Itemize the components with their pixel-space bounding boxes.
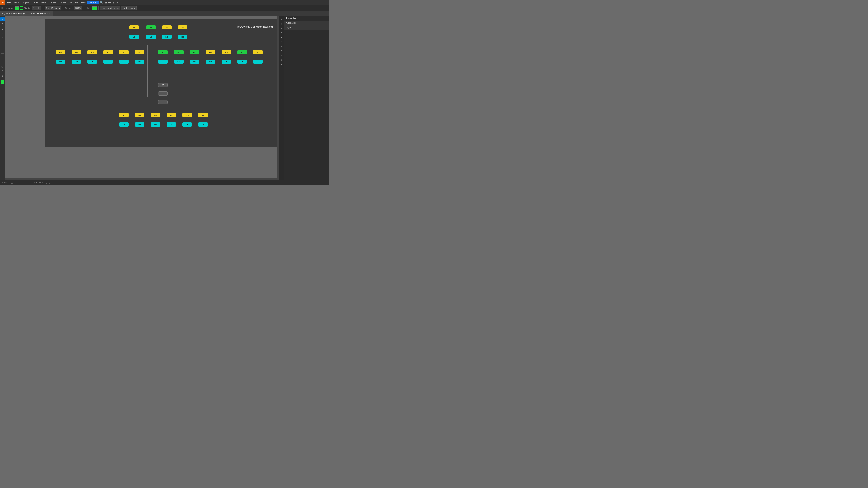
preferences-button[interactable]: Preferences	[121, 6, 136, 10]
stroke-color[interactable]	[1, 83, 4, 86]
center-lib-1[interactable]: LIB	[158, 92, 168, 96]
nav-right[interactable]: ▷	[49, 182, 51, 184]
b-api-2[interactable]: LIB	[135, 113, 145, 117]
r-api-1[interactable]: API	[158, 50, 168, 54]
opacity-input[interactable]	[74, 6, 82, 10]
m-lib-5[interactable]: LIB	[119, 60, 129, 64]
menu-select[interactable]: Select	[39, 1, 49, 4]
share-button[interactable]: Share	[87, 1, 98, 4]
document-tab[interactable]: System Schema.ai* @ 100 % (RGB/Preview) …	[0, 11, 53, 16]
artboards-icon[interactable]: ⊟	[280, 22, 284, 26]
scale-tool[interactable]: ⤡	[0, 59, 4, 63]
r-api-3[interactable]: API	[190, 50, 199, 54]
api-node-1[interactable]: API	[129, 25, 139, 29]
r-lib-3[interactable]: LIB	[190, 60, 199, 64]
bottom-scrollbar[interactable]	[5, 178, 279, 180]
b-lib-1[interactable]: LIB	[119, 123, 129, 127]
b-lib-2[interactable]: LIB	[135, 123, 145, 127]
lib-node-3[interactable]: LIB	[162, 35, 172, 39]
fill-color[interactable]	[1, 80, 4, 83]
b-api-4[interactable]: LIB	[166, 113, 176, 117]
center-api[interactable]: API	[158, 83, 168, 87]
b-api-3[interactable]: API	[151, 113, 160, 117]
artboards-tab[interactable]: Artboards	[284, 21, 329, 25]
b-api-1[interactable]: API	[119, 113, 129, 117]
canvas-area[interactable]: MOOVPAD Gen User Backend API API API API…	[5, 16, 279, 180]
type-icon[interactable]: T	[280, 35, 284, 39]
info-icon[interactable]: ℹ	[280, 31, 284, 35]
r-lib-5[interactable]: LIB	[221, 60, 231, 64]
pathfinder-icon[interactable]: ◧	[280, 53, 284, 57]
more-tools[interactable]: ···	[0, 88, 4, 92]
menu-file[interactable]: File	[6, 1, 13, 4]
menu-help[interactable]: Help	[80, 1, 88, 4]
export-icon[interactable]: ↗	[280, 62, 284, 66]
m-api-2[interactable]: API	[72, 50, 81, 54]
properties-tab[interactable]: Properties	[284, 16, 329, 21]
b-api-6[interactable]: LIB	[198, 113, 208, 117]
align-icon[interactable]: ≡	[280, 49, 284, 53]
ellipse-tool[interactable]: ○	[0, 44, 4, 48]
r-api-5[interactable]: API	[221, 50, 231, 54]
menu-effect[interactable]: Effect	[50, 1, 59, 4]
stroke-swatch[interactable]	[20, 6, 23, 10]
zoom-tool[interactable]: ⊕	[0, 74, 4, 78]
fill-swatch[interactable]	[15, 6, 19, 10]
asset-icon[interactable]: ◈	[280, 58, 284, 62]
selection-tool[interactable]: ↖	[0, 17, 4, 21]
m-lib-3[interactable]: LIB	[88, 60, 97, 64]
char-icon[interactable]: A	[280, 40, 284, 44]
transform-icon[interactable]: ⊡	[280, 44, 284, 48]
m-lib-6[interactable]: LIB	[135, 60, 145, 64]
api-node-2[interactable]: API	[146, 25, 156, 29]
menu-edit[interactable]: Edit	[13, 1, 20, 4]
b-lib-6[interactable]: LIB	[198, 123, 208, 127]
eyedropper-tool[interactable]: ✐	[0, 68, 4, 72]
m-api-5[interactable]: API	[119, 50, 129, 54]
b-lib-4[interactable]: LIB	[166, 123, 176, 127]
r-lib-4[interactable]: LIB	[206, 60, 215, 64]
b-lib-5[interactable]: LIB	[182, 123, 192, 127]
close-icon[interactable]: ✕	[116, 1, 118, 4]
r-lib-2[interactable]: LIB	[174, 60, 184, 64]
zoom-level[interactable]: 100%	[2, 182, 8, 184]
properties-icon[interactable]: ⊞	[280, 17, 284, 21]
minimize-icon[interactable]: —	[108, 1, 111, 4]
document-setup-button[interactable]: Document Setup	[100, 6, 120, 10]
line-tool[interactable]: /	[0, 36, 4, 40]
restore-icon[interactable]: ⊡	[112, 1, 115, 4]
r-lib-1[interactable]: LIB	[158, 60, 168, 64]
r-api-4[interactable]: API	[206, 50, 215, 54]
stroke-value-input[interactable]	[32, 6, 41, 10]
m-api-3[interactable]: API	[88, 50, 97, 54]
m-api-1[interactable]: API	[56, 50, 65, 54]
api-node-3[interactable]: API	[162, 25, 172, 29]
nav-left[interactable]: ◁	[45, 182, 47, 184]
rotate-tool[interactable]: ↻	[0, 54, 4, 58]
menu-type[interactable]: Type	[31, 1, 39, 4]
lib-node-2[interactable]: LIB	[146, 35, 156, 39]
menu-object[interactable]: Object	[21, 1, 31, 4]
b-lib-3[interactable]: LIB	[151, 123, 160, 127]
layers-tab[interactable]: Layers	[284, 25, 329, 30]
gradient-tool[interactable]: ◫	[0, 64, 4, 68]
center-lib-2[interactable]: LIB	[158, 100, 168, 104]
rect-tool[interactable]: □	[0, 40, 4, 44]
m-lib-2[interactable]: LIB	[72, 60, 81, 64]
m-api-4[interactable]: API	[103, 50, 113, 54]
r-lib-6[interactable]: LIB	[237, 60, 247, 64]
r-api-6[interactable]: API	[237, 50, 247, 54]
lib-node-1[interactable]: LIB	[129, 35, 139, 39]
stroke-style-select[interactable]: 3 pt. Round	[44, 6, 61, 10]
m-lib-4[interactable]: LIB	[103, 60, 113, 64]
r-api-2[interactable]: API	[174, 50, 184, 54]
r-lib-7[interactable]: LIB	[253, 60, 263, 64]
tab-close-icon[interactable]: ✕	[49, 13, 51, 15]
arrange-icon[interactable]: ⊞	[105, 1, 107, 4]
api-node-4[interactable]: API	[178, 25, 187, 29]
pen-tool[interactable]: ✒	[0, 27, 4, 31]
b-api-5[interactable]: API	[182, 113, 192, 117]
search-icon[interactable]: 🔍	[100, 1, 103, 4]
brush-tool[interactable]: 🖌	[0, 48, 4, 53]
direct-select-tool[interactable]: ↗	[0, 22, 4, 26]
